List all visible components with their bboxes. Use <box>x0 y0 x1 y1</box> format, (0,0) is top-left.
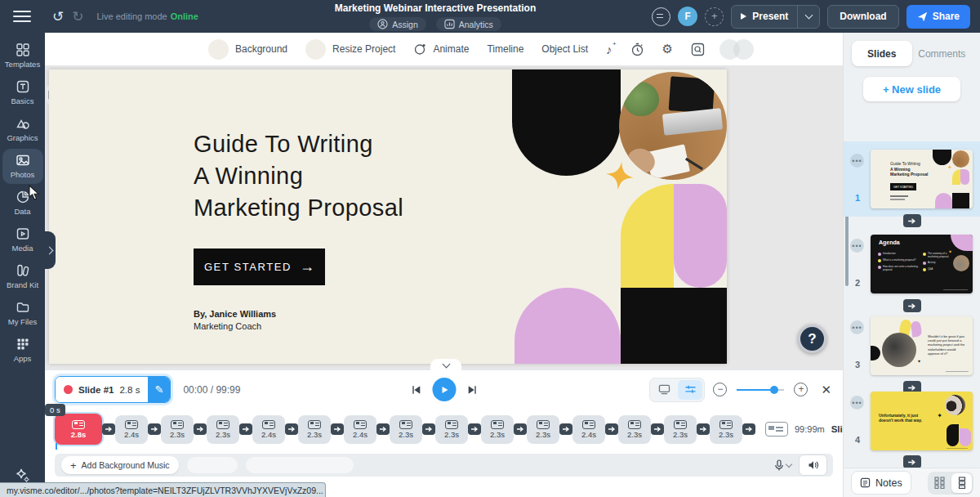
zoom-slider[interactable] <box>737 389 784 391</box>
slide-chip-1[interactable]: 2.8s <box>55 414 102 445</box>
sidebar-item-media[interactable]: Media <box>2 222 43 257</box>
transition-icon[interactable] <box>194 423 207 435</box>
transition-icon[interactable] <box>468 423 481 435</box>
transition-icon[interactable] <box>514 423 527 435</box>
slide-options-icon[interactable]: ••• <box>850 320 864 334</box>
black-arch-shape[interactable] <box>512 69 621 176</box>
slide-options-icon[interactable]: ••• <box>850 154 864 168</box>
present-dropdown-button[interactable] <box>797 6 819 28</box>
slide-chip-2[interactable]: 2.4s <box>115 415 148 444</box>
skip-forward-icon[interactable] <box>466 384 478 396</box>
slide-chip-15[interactable]: 2.3s <box>710 415 742 444</box>
zoom-in-button[interactable]: + <box>794 383 808 396</box>
analytics-button[interactable]: Analytics <box>436 17 501 31</box>
pink-arch-shape[interactable] <box>674 184 727 288</box>
notes-button[interactable]: Notes <box>851 471 911 495</box>
slide-options-icon[interactable]: ••• <box>850 396 864 410</box>
transition-icon[interactable] <box>559 423 572 435</box>
music-icon[interactable]: ♪+ <box>606 43 612 56</box>
volume-button[interactable] <box>799 454 827 476</box>
share-button[interactable]: Share <box>906 5 970 29</box>
slide-chip-13[interactable]: 2.3s <box>618 415 651 444</box>
slide-chip-4[interactable]: 2.3s <box>207 415 239 444</box>
sidebar-item-basics[interactable]: Basics <box>2 75 43 110</box>
menu-icon[interactable] <box>13 11 31 22</box>
microphone-button[interactable] <box>774 459 791 472</box>
transition-icon[interactable] <box>903 299 921 312</box>
tab-slides[interactable]: Slides <box>852 41 912 66</box>
presentation-view-button[interactable] <box>652 380 676 400</box>
slide-options-icon[interactable]: ••• <box>850 239 864 253</box>
slide-chip-3[interactable]: 2.3s <box>161 415 194 444</box>
transition-icon[interactable] <box>605 423 618 435</box>
slide-editor-surface[interactable]: Guide To Writing A Winning Marketing Pro… <box>49 69 727 364</box>
slide-chip-5[interactable]: 2.4s <box>252 415 285 444</box>
invite-collaborator-button[interactable]: + <box>705 7 724 26</box>
slide-chip-6[interactable]: 2.3s <box>298 415 331 444</box>
slide-chip-11[interactable]: 2.3s <box>527 415 559 444</box>
skip-back-icon[interactable] <box>410 384 421 396</box>
upgrade-sparkle-icon[interactable] <box>15 468 31 484</box>
current-slide-chip[interactable]: Slide #1 2.8 s ✎ <box>55 376 171 403</box>
comments-icon[interactable] <box>652 7 670 26</box>
object-list-button[interactable]: Object List <box>541 43 588 55</box>
transition-icon[interactable] <box>376 423 390 435</box>
slide-chip-9[interactable]: 2.3s <box>435 415 468 444</box>
assign-button[interactable]: Assign <box>369 17 426 31</box>
settings-gear-icon[interactable]: ⚙ <box>662 42 673 56</box>
transition-icon[interactable] <box>742 423 755 435</box>
timeline-view-button[interactable] <box>678 380 702 400</box>
timeline-collapse-tab[interactable] <box>430 359 461 370</box>
sidebar-item-templates[interactable]: Templates <box>2 38 43 74</box>
slide-chip-12[interactable]: 2.4s <box>572 415 605 444</box>
zoom-out-button[interactable]: − <box>713 383 727 396</box>
close-timeline-button[interactable]: ✕ <box>821 383 831 397</box>
present-button[interactable]: Present <box>732 6 797 28</box>
transition-icon[interactable] <box>651 423 664 435</box>
transition-icon[interactable] <box>239 423 252 435</box>
transition-icon[interactable] <box>102 423 115 435</box>
sidebar-item-my-files[interactable]: My Files <box>2 296 43 331</box>
slide-chip-10[interactable]: 2.3s <box>481 415 514 444</box>
yellow-arch-shape[interactable] <box>621 184 674 288</box>
sidebar-item-brand-kit[interactable]: Brand Kit <box>2 259 43 294</box>
zoom-area-icon[interactable] <box>691 43 705 56</box>
black-square-shape[interactable] <box>621 288 727 364</box>
canvas[interactable]: My Images My Images Guide To Writing A W… <box>45 65 843 369</box>
pink-dome-shape[interactable] <box>514 288 621 364</box>
slide-thumbnail-4[interactable]: Unfortunately, it just doesn't work that… <box>871 392 973 450</box>
slide-thumbnail-1[interactable]: Guide To Writing A Winning Marketing Pro… <box>871 150 973 208</box>
slide-chip-14[interactable]: 2.3s <box>664 415 697 444</box>
transition-icon[interactable] <box>697 423 710 435</box>
undo-icon[interactable]: ↺ <box>52 10 64 24</box>
get-started-button[interactable]: GET STARTED→ <box>194 248 325 285</box>
play-button[interactable] <box>432 378 456 401</box>
animate-button[interactable]: Animate <box>413 43 469 56</box>
tab-comments[interactable]: Comments <box>912 41 973 66</box>
sidebar-item-photos[interactable]: Photos <box>2 149 43 184</box>
sidebar-expand-tab[interactable] <box>45 231 56 269</box>
transition-icon[interactable] <box>331 423 344 435</box>
sidebar-item-apps[interactable]: Apps <box>2 333 43 368</box>
avatar[interactable]: F <box>678 7 697 26</box>
timeline-button[interactable]: Timeline <box>487 43 523 55</box>
project-title[interactable]: Marketing Webinar Interactive Presentati… <box>264 2 607 14</box>
add-background-music-button[interactable]: +Add Background Music <box>61 456 179 474</box>
sparkle-star-shape[interactable] <box>603 159 638 194</box>
transition-icon[interactable] <box>148 423 161 435</box>
transition-icon[interactable] <box>903 214 921 227</box>
background-button[interactable]: Background <box>208 39 287 60</box>
redo-icon[interactable]: ↻ <box>72 10 83 24</box>
slide-thumbnail-3[interactable]: ✦ Wouldn't it be great if you could just… <box>871 316 973 375</box>
transition-icon[interactable] <box>903 455 921 468</box>
timer-icon[interactable] <box>630 43 644 56</box>
download-button[interactable]: Download <box>827 5 898 29</box>
list-view-button[interactable] <box>951 473 972 493</box>
slide-title[interactable]: Guide To Writing A Winning Marketing Pro… <box>194 128 403 224</box>
grid-view-button[interactable] <box>929 473 950 493</box>
transition-icon[interactable] <box>285 423 298 435</box>
slide-chip-7[interactable]: 2.4s <box>344 415 376 444</box>
zoom-slider-knob[interactable] <box>770 386 778 394</box>
new-slide-button[interactable]: + New slide <box>863 77 960 101</box>
help-button[interactable]: ? <box>798 325 826 353</box>
